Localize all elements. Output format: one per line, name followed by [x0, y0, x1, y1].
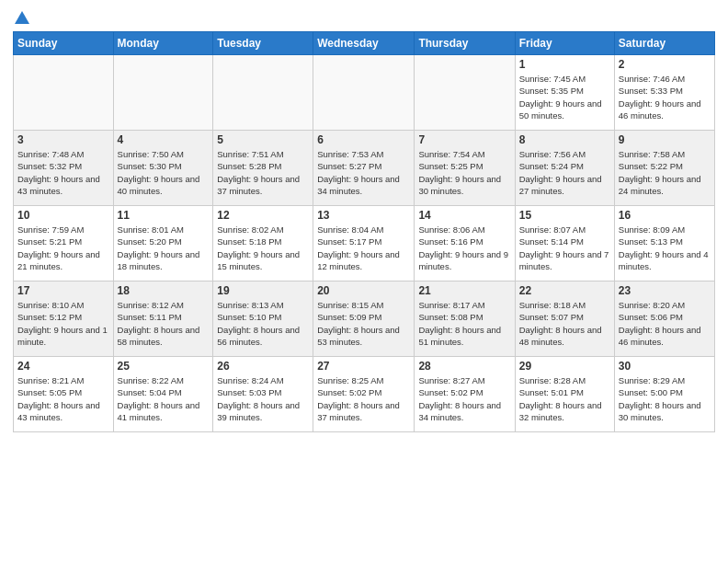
day-number: 4 — [118, 133, 210, 146]
calendar-cell: 8Sunrise: 7:56 AM Sunset: 5:24 PM Daylig… — [515, 131, 614, 206]
day-info: Sunrise: 8:12 AM Sunset: 5:11 PM Dayligh… — [118, 299, 210, 348]
logo — [13, 9, 29, 26]
calendar-cell: 30Sunrise: 8:29 AM Sunset: 5:00 PM Dayli… — [614, 357, 714, 432]
day-info: Sunrise: 7:56 AM Sunset: 5:24 PM Dayligh… — [519, 148, 610, 197]
calendar-cell: 5Sunrise: 7:51 AM Sunset: 5:28 PM Daylig… — [213, 131, 313, 206]
svg-marker-0 — [15, 11, 29, 24]
day-number: 11 — [118, 209, 210, 222]
day-info: Sunrise: 8:15 AM Sunset: 5:09 PM Dayligh… — [317, 299, 410, 348]
page: SundayMondayTuesdayWednesdayThursdayFrid… — [0, 0, 728, 563]
day-number: 6 — [317, 133, 410, 146]
calendar-week-3: 10Sunrise: 7:59 AM Sunset: 5:21 PM Dayli… — [14, 206, 715, 282]
calendar-cell: 14Sunrise: 8:06 AM Sunset: 5:16 PM Dayli… — [415, 206, 515, 282]
calendar-cell: 21Sunrise: 8:17 AM Sunset: 5:08 PM Dayli… — [415, 282, 515, 357]
calendar-cell: 17Sunrise: 8:10 AM Sunset: 5:12 PM Dayli… — [14, 282, 114, 357]
day-info: Sunrise: 8:29 AM Sunset: 5:00 PM Dayligh… — [619, 374, 711, 423]
col-header-monday: Monday — [113, 32, 213, 55]
calendar-cell: 1Sunrise: 7:45 AM Sunset: 5:35 PM Daylig… — [515, 55, 614, 131]
day-info: Sunrise: 8:22 AM Sunset: 5:04 PM Dayligh… — [118, 374, 210, 423]
logo-triangle-icon — [15, 11, 29, 24]
day-info: Sunrise: 7:59 AM Sunset: 5:21 PM Dayligh… — [17, 224, 109, 272]
calendar-cell — [213, 55, 313, 131]
day-info: Sunrise: 8:09 AM Sunset: 5:13 PM Dayligh… — [619, 224, 711, 272]
day-info: Sunrise: 8:01 AM Sunset: 5:20 PM Dayligh… — [118, 224, 210, 272]
day-number: 30 — [619, 360, 711, 373]
calendar-cell: 27Sunrise: 8:25 AM Sunset: 5:02 PM Dayli… — [313, 357, 415, 432]
calendar-cell: 18Sunrise: 8:12 AM Sunset: 5:11 PM Dayli… — [113, 282, 213, 357]
day-number: 2 — [619, 58, 711, 71]
day-number: 10 — [17, 209, 109, 222]
calendar-cell: 2Sunrise: 7:46 AM Sunset: 5:33 PM Daylig… — [614, 55, 714, 131]
day-info: Sunrise: 8:06 AM Sunset: 5:16 PM Dayligh… — [418, 224, 510, 272]
day-number: 17 — [17, 284, 109, 297]
day-info: Sunrise: 8:27 AM Sunset: 5:02 PM Dayligh… — [418, 374, 510, 423]
calendar-cell: 15Sunrise: 8:07 AM Sunset: 5:14 PM Dayli… — [515, 206, 614, 282]
calendar-cell — [415, 55, 515, 131]
calendar-cell: 25Sunrise: 8:22 AM Sunset: 5:04 PM Dayli… — [113, 357, 213, 432]
day-info: Sunrise: 7:54 AM Sunset: 5:25 PM Dayligh… — [418, 148, 510, 197]
day-info: Sunrise: 7:46 AM Sunset: 5:33 PM Dayligh… — [619, 73, 711, 121]
calendar-table: SundayMondayTuesdayWednesdayThursdayFrid… — [13, 31, 715, 432]
calendar-cell: 28Sunrise: 8:27 AM Sunset: 5:02 PM Dayli… — [415, 357, 515, 432]
day-info: Sunrise: 8:20 AM Sunset: 5:06 PM Dayligh… — [619, 299, 711, 348]
day-number: 21 — [418, 284, 510, 297]
calendar-header-row: SundayMondayTuesdayWednesdayThursdayFrid… — [14, 32, 715, 55]
calendar-cell: 13Sunrise: 8:04 AM Sunset: 5:17 PM Dayli… — [313, 206, 415, 282]
day-info: Sunrise: 8:04 AM Sunset: 5:17 PM Dayligh… — [317, 224, 410, 272]
calendar-week-5: 24Sunrise: 8:21 AM Sunset: 5:05 PM Dayli… — [14, 357, 715, 432]
day-number: 18 — [118, 284, 210, 297]
day-number: 26 — [217, 360, 309, 373]
calendar-cell: 3Sunrise: 7:48 AM Sunset: 5:32 PM Daylig… — [14, 131, 114, 206]
calendar-cell — [113, 55, 213, 131]
day-info: Sunrise: 8:18 AM Sunset: 5:07 PM Dayligh… — [519, 299, 610, 348]
day-number: 3 — [17, 133, 109, 146]
calendar-week-1: 1Sunrise: 7:45 AM Sunset: 5:35 PM Daylig… — [14, 55, 715, 131]
calendar-cell: 7Sunrise: 7:54 AM Sunset: 5:25 PM Daylig… — [415, 131, 515, 206]
day-info: Sunrise: 8:28 AM Sunset: 5:01 PM Dayligh… — [519, 374, 610, 423]
day-number: 27 — [317, 360, 410, 373]
col-header-friday: Friday — [515, 32, 614, 55]
day-info: Sunrise: 8:24 AM Sunset: 5:03 PM Dayligh… — [217, 374, 309, 423]
calendar-cell — [313, 55, 415, 131]
calendar-cell: 9Sunrise: 7:58 AM Sunset: 5:22 PM Daylig… — [614, 131, 714, 206]
calendar-cell: 10Sunrise: 7:59 AM Sunset: 5:21 PM Dayli… — [14, 206, 114, 282]
day-info: Sunrise: 7:58 AM Sunset: 5:22 PM Dayligh… — [619, 148, 711, 197]
day-info: Sunrise: 7:50 AM Sunset: 5:30 PM Dayligh… — [118, 148, 210, 197]
day-number: 8 — [519, 133, 610, 146]
col-header-saturday: Saturday — [614, 32, 714, 55]
col-header-tuesday: Tuesday — [213, 32, 313, 55]
col-header-thursday: Thursday — [415, 32, 515, 55]
day-number: 15 — [519, 209, 610, 222]
day-info: Sunrise: 7:45 AM Sunset: 5:35 PM Dayligh… — [519, 73, 610, 121]
day-info: Sunrise: 8:17 AM Sunset: 5:08 PM Dayligh… — [418, 299, 510, 348]
day-info: Sunrise: 8:02 AM Sunset: 5:18 PM Dayligh… — [217, 224, 309, 272]
day-info: Sunrise: 7:48 AM Sunset: 5:32 PM Dayligh… — [17, 148, 109, 197]
day-number: 23 — [619, 284, 711, 297]
day-number: 5 — [217, 133, 309, 146]
day-number: 16 — [619, 209, 711, 222]
calendar-cell: 11Sunrise: 8:01 AM Sunset: 5:20 PM Dayli… — [113, 206, 213, 282]
day-number: 13 — [317, 209, 410, 222]
calendar-cell: 22Sunrise: 8:18 AM Sunset: 5:07 PM Dayli… — [515, 282, 614, 357]
day-number: 28 — [418, 360, 510, 373]
day-info: Sunrise: 7:51 AM Sunset: 5:28 PM Dayligh… — [217, 148, 309, 197]
day-info: Sunrise: 8:10 AM Sunset: 5:12 PM Dayligh… — [17, 299, 109, 348]
day-number: 25 — [118, 360, 210, 373]
col-header-sunday: Sunday — [14, 32, 114, 55]
calendar-cell: 16Sunrise: 8:09 AM Sunset: 5:13 PM Dayli… — [614, 206, 714, 282]
calendar-cell: 19Sunrise: 8:13 AM Sunset: 5:10 PM Dayli… — [213, 282, 313, 357]
day-number: 9 — [619, 133, 711, 146]
day-info: Sunrise: 7:53 AM Sunset: 5:27 PM Dayligh… — [317, 148, 410, 197]
header — [13, 9, 715, 26]
day-info: Sunrise: 8:21 AM Sunset: 5:05 PM Dayligh… — [17, 374, 109, 423]
calendar-cell: 4Sunrise: 7:50 AM Sunset: 5:30 PM Daylig… — [113, 131, 213, 206]
day-number: 20 — [317, 284, 410, 297]
day-number: 22 — [519, 284, 610, 297]
calendar-cell: 6Sunrise: 7:53 AM Sunset: 5:27 PM Daylig… — [313, 131, 415, 206]
calendar-cell — [14, 55, 114, 131]
calendar-cell: 12Sunrise: 8:02 AM Sunset: 5:18 PM Dayli… — [213, 206, 313, 282]
calendar-week-2: 3Sunrise: 7:48 AM Sunset: 5:32 PM Daylig… — [14, 131, 715, 206]
day-info: Sunrise: 8:07 AM Sunset: 5:14 PM Dayligh… — [519, 224, 610, 272]
day-number: 12 — [217, 209, 309, 222]
col-header-wednesday: Wednesday — [313, 32, 415, 55]
